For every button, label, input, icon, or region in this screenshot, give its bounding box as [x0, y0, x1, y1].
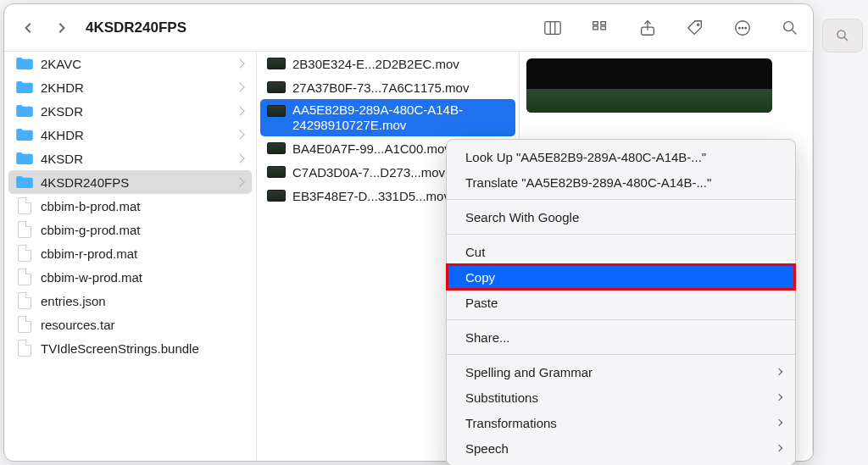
svg-point-10	[739, 27, 740, 28]
chevron-right-icon	[776, 368, 782, 375]
ctx-paste[interactable]: Paste	[447, 290, 795, 315]
svg-rect-5	[601, 21, 606, 25]
chevron-right-icon	[235, 177, 244, 186]
sidebar-item[interactable]: 4KSDR240FPS	[8, 170, 252, 194]
toolbar: 4KSDR240FPS	[4, 4, 813, 52]
preview-thumbnail	[526, 58, 772, 113]
ctx-substitutions[interactable]: Substitutions	[447, 385, 795, 410]
file-icon	[15, 292, 34, 309]
ctx-label: Speech	[465, 441, 509, 456]
file-icon	[15, 268, 34, 285]
item-label: cbbim-w-prod.mat	[41, 270, 243, 285]
item-label: entries.json	[41, 294, 243, 308]
sidebar-item[interactable]: resources.tar	[8, 313, 252, 336]
chevron-right-icon	[235, 82, 244, 91]
group-by-icon[interactable]	[589, 17, 611, 39]
ctx-label: Transformations	[465, 416, 557, 430]
svg-point-12	[745, 27, 746, 28]
chevron-right-icon	[776, 419, 782, 426]
sidebar-item[interactable]: 4KSDR	[8, 147, 252, 170]
svg-point-15	[837, 30, 845, 38]
file-icon	[15, 316, 34, 333]
ctx-label: Spelling and Grammar	[465, 365, 593, 379]
sidebar-item[interactable]: 4KHDR	[8, 123, 252, 147]
sidebar-item[interactable]: 2KAVC	[8, 52, 252, 75]
item-label: 4KSDR240FPS	[41, 175, 236, 190]
item-label: resources.tar	[41, 318, 243, 332]
file-item[interactable]: AA5E82B9-289A-480C-A14B-24298910727E.mov	[260, 99, 515, 136]
video-file-icon	[267, 140, 286, 157]
svg-point-8	[698, 24, 699, 25]
search-icon[interactable]	[779, 17, 801, 39]
ctx-search-google[interactable]: Search With Google	[447, 204, 795, 230]
context-menu: Look Up "AA5E82B9-289A-480C-A14B-..." Tr…	[446, 139, 796, 465]
svg-rect-3	[593, 21, 598, 25]
ctx-lookup[interactable]: Look Up "AA5E82B9-289A-480C-A14B-..."	[447, 144, 795, 169]
tag-icon[interactable]	[684, 17, 706, 39]
svg-line-14	[793, 30, 797, 34]
folder-icon	[15, 126, 34, 143]
sidebar-item[interactable]: 2KSDR	[8, 99, 252, 123]
file-label: 27A37B0F-73...7A6C1175.mov	[292, 80, 507, 95]
video-file-icon	[267, 163, 286, 180]
item-label: 4KSDR	[41, 152, 236, 166]
chevron-right-icon	[776, 394, 782, 401]
ctx-separator	[447, 199, 795, 200]
svg-rect-0	[545, 21, 560, 34]
sidebar-item[interactable]: entries.json	[8, 289, 252, 313]
file-icon	[15, 340, 34, 357]
item-label: 2KHDR	[41, 80, 236, 95]
file-label: AA5E82B9-289A-480C-A14B-24298910727E.mov	[292, 102, 507, 133]
file-icon	[15, 245, 34, 262]
item-label: cbbim-b-prod.mat	[41, 199, 243, 213]
file-icon	[15, 197, 34, 214]
ctx-share[interactable]: Share...	[447, 324, 795, 350]
ctx-separator	[447, 354, 795, 355]
folder-icon	[15, 174, 34, 191]
item-label: cbbim-g-prod.mat	[41, 223, 243, 237]
ctx-translate[interactable]: Translate "AA5E82B9-289A-480C-A14B-..."	[447, 169, 795, 195]
sidebar-item[interactable]: cbbim-r-prod.mat	[8, 241, 252, 265]
forward-button[interactable]	[48, 15, 74, 41]
sidebar-item[interactable]: TVIdleScreenStrings.bundle	[8, 336, 252, 360]
item-label: 2KSDR	[41, 104, 236, 119]
sidebar-item[interactable]: cbbim-b-prod.mat	[8, 194, 252, 218]
svg-line-16	[844, 37, 848, 41]
chevron-right-icon	[235, 153, 244, 163]
ctx-copy[interactable]: Copy	[447, 264, 795, 290]
sidebar-column: 2KAVC2KHDR2KSDR4KHDR4KSDR4KSDR240FPScbbi…	[4, 52, 257, 461]
video-file-icon	[267, 102, 286, 119]
ctx-cut[interactable]: Cut	[447, 239, 795, 264]
ctx-label: Substitutions	[465, 390, 538, 405]
ctx-spelling[interactable]: Spelling and Grammar	[447, 359, 795, 385]
video-file-icon	[267, 55, 286, 72]
ctx-transformations[interactable]: Transformations	[447, 410, 795, 435]
chevron-right-icon	[776, 445, 782, 451]
sidebar-item[interactable]: 2KHDR	[8, 75, 252, 99]
chevron-right-icon	[235, 130, 244, 139]
item-label: 2KAVC	[41, 57, 236, 71]
external-search-button[interactable]	[822, 19, 863, 53]
ctx-separator	[447, 319, 795, 320]
file-label: 2B30E324-E...2D2B2EC.mov	[292, 57, 507, 71]
sidebar-item[interactable]: cbbim-w-prod.mat	[8, 265, 252, 289]
item-label: cbbim-r-prod.mat	[41, 246, 243, 261]
ctx-speech[interactable]: Speech	[447, 435, 795, 461]
ctx-separator	[447, 234, 795, 235]
file-item[interactable]: 27A37B0F-73...7A6C1175.mov	[260, 75, 515, 99]
back-button[interactable]	[16, 15, 42, 41]
sidebar-item[interactable]: cbbim-g-prod.mat	[8, 218, 252, 241]
share-icon[interactable]	[637, 17, 659, 39]
chevron-right-icon	[235, 106, 244, 115]
svg-rect-4	[593, 26, 598, 30]
folder-icon	[15, 150, 34, 167]
folder-icon	[15, 79, 34, 96]
svg-rect-6	[601, 26, 606, 30]
svg-point-13	[784, 21, 793, 30]
svg-point-11	[742, 27, 743, 28]
view-columns-icon[interactable]	[542, 17, 564, 39]
window-title: 4KSDR240FPS	[86, 19, 186, 36]
file-item[interactable]: 2B30E324-E...2D2B2EC.mov	[260, 52, 515, 75]
more-icon[interactable]	[732, 17, 754, 39]
folder-icon	[15, 102, 34, 119]
